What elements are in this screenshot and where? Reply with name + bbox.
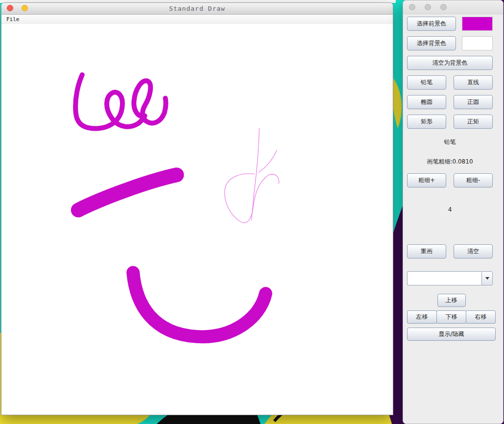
canvas-svg	[1, 24, 393, 415]
tool-row-2: 椭圆 正圆	[407, 95, 493, 109]
chevron-down-icon	[485, 277, 489, 280]
show-hide-row: 显示/隐藏	[407, 328, 496, 341]
redraw-button[interactable]: 重画	[407, 244, 446, 259]
circle-tool-button[interactable]: 正圆	[454, 95, 493, 109]
line-tool-button[interactable]: 直线	[454, 75, 493, 90]
panel-minimize-button[interactable]	[425, 4, 431, 10]
select-foreground-button[interactable]: 选择前景色	[407, 17, 456, 31]
panel-zoom-button[interactable]	[440, 4, 447, 10]
minimize-button[interactable]	[22, 5, 28, 11]
foreground-color-swatch	[462, 17, 493, 31]
stroke-thin-diagonal	[258, 150, 277, 172]
stroke-cursive-scribble	[75, 75, 166, 129]
tool-panel-window: 选择前景色 选择背景色 清空为背景色 铅笔 直线 椭圆 正圆 矩形 正矩 铅笔 …	[403, 0, 504, 424]
thickness-row: 粗细+ 粗细-	[407, 173, 493, 188]
square-tool-button[interactable]: 正矩	[454, 115, 493, 129]
move-down-button[interactable]: 下移	[436, 310, 466, 324]
thickness-label: 画笔粗细:0.0810	[407, 158, 493, 166]
clear-to-background-button[interactable]: 清空为背景色	[407, 56, 493, 70]
thickness-minus-button[interactable]: 粗细-	[454, 173, 493, 188]
show-hide-button[interactable]: 显示/隐藏	[407, 328, 496, 341]
drawing-canvas[interactable]	[1, 24, 393, 415]
panel-titlebar[interactable]	[403, 0, 503, 14]
background-color-swatch	[462, 36, 493, 50]
rectangle-tool-button[interactable]: 矩形	[407, 115, 446, 129]
clear-to-background-row: 清空为背景色	[407, 56, 493, 70]
tool-row-1: 铅笔 直线	[407, 75, 493, 90]
move-left-button[interactable]: 左移	[407, 310, 437, 324]
panel-close-button[interactable]	[409, 4, 415, 10]
shape-count-label: 4	[407, 206, 493, 213]
titlebar[interactable]: Standard Draw	[1, 3, 393, 15]
current-tool-label: 铅笔	[407, 138, 493, 146]
pencil-tool-button[interactable]: 铅笔	[407, 75, 446, 90]
ellipse-tool-button[interactable]: 椭圆	[407, 95, 446, 109]
shape-select-row	[407, 271, 493, 285]
stroke-smile-curve	[133, 273, 266, 337]
shape-select-value[interactable]	[407, 271, 481, 285]
move-up-row: 上移	[407, 294, 496, 307]
move-row: 左移 下移 右移	[407, 310, 496, 324]
menu-bar: File	[1, 15, 393, 24]
thickness-plus-button[interactable]: 粗细+	[407, 173, 446, 188]
window-title: Standard Draw	[169, 5, 225, 12]
background-color-row: 选择背景色	[407, 36, 493, 50]
stroke-thick-bar	[78, 175, 177, 210]
clear-button[interactable]: 清空	[454, 244, 493, 259]
redraw-clear-row: 重画 清空	[407, 244, 493, 259]
standard-draw-window: Standard Draw File	[1, 2, 393, 415]
close-button[interactable]	[7, 5, 13, 11]
foreground-color-row: 选择前景色	[407, 17, 493, 31]
stroke-thin-vertical	[251, 128, 259, 220]
move-right-button[interactable]: 右移	[466, 310, 496, 324]
shape-select-combobox[interactable]	[407, 271, 493, 285]
tool-row-3: 矩形 正矩	[407, 115, 493, 129]
file-menu[interactable]: File	[4, 16, 22, 23]
select-background-button[interactable]: 选择背景色	[407, 36, 456, 50]
shape-select-dropdown-button[interactable]	[481, 271, 493, 285]
move-up-button[interactable]: 上移	[437, 294, 466, 307]
